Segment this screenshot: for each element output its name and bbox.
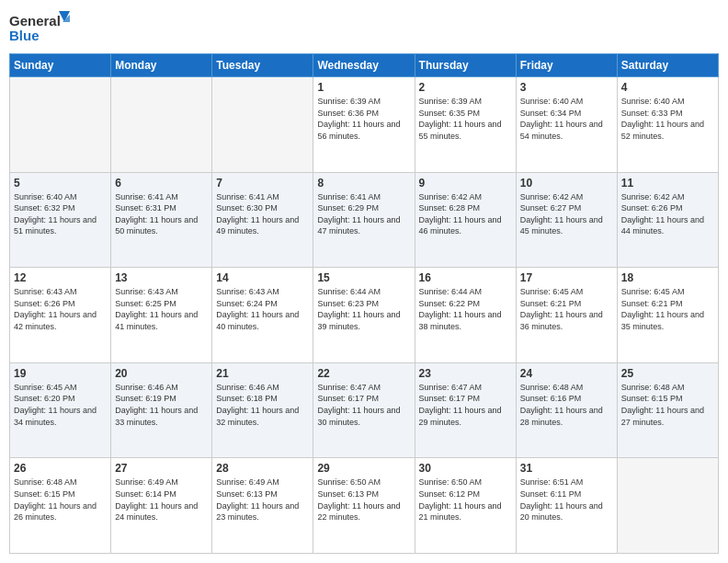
day-cell: 25Sunrise: 6:48 AMSunset: 6:15 PMDayligh…	[617, 362, 718, 458]
day-info: Sunrise: 6:45 AMSunset: 6:20 PMDaylight:…	[14, 382, 107, 428]
day-cell: 28Sunrise: 6:49 AMSunset: 6:13 PMDayligh…	[212, 458, 313, 554]
day-number: 11	[621, 177, 714, 190]
day-number: 8	[317, 177, 410, 190]
day-number: 16	[419, 271, 512, 284]
day-info: Sunrise: 6:40 AMSunset: 6:34 PMDaylight:…	[520, 96, 613, 142]
day-number: 28	[216, 462, 309, 475]
day-info: Sunrise: 6:47 AMSunset: 6:17 PMDaylight:…	[419, 382, 512, 428]
day-number: 4	[621, 81, 714, 94]
day-number: 9	[419, 177, 512, 190]
day-cell	[111, 77, 212, 173]
col-header-monday: Monday	[111, 54, 212, 77]
day-cell: 23Sunrise: 6:47 AMSunset: 6:17 PMDayligh…	[415, 362, 516, 458]
day-number: 22	[317, 367, 410, 380]
day-cell: 31Sunrise: 6:51 AMSunset: 6:11 PMDayligh…	[516, 458, 617, 554]
col-header-friday: Friday	[516, 54, 617, 77]
day-cell: 17Sunrise: 6:45 AMSunset: 6:21 PMDayligh…	[516, 268, 617, 363]
day-cell: 27Sunrise: 6:49 AMSunset: 6:14 PMDayligh…	[111, 458, 212, 554]
day-cell: 26Sunrise: 6:48 AMSunset: 6:15 PMDayligh…	[10, 458, 111, 554]
day-number: 29	[317, 462, 410, 475]
day-number: 20	[115, 367, 208, 380]
day-info: Sunrise: 6:43 AMSunset: 6:26 PMDaylight:…	[14, 286, 107, 332]
day-info: Sunrise: 6:39 AMSunset: 6:36 PMDaylight:…	[317, 96, 410, 142]
day-number: 21	[216, 367, 309, 380]
day-cell: 18Sunrise: 6:45 AMSunset: 6:21 PMDayligh…	[617, 268, 718, 363]
day-cell: 7Sunrise: 6:41 AMSunset: 6:30 PMDaylight…	[212, 172, 313, 268]
day-number: 30	[419, 462, 512, 475]
day-info: Sunrise: 6:40 AMSunset: 6:33 PMDaylight:…	[621, 96, 714, 142]
day-cell: 12Sunrise: 6:43 AMSunset: 6:26 PMDayligh…	[10, 268, 111, 363]
week-row-2: 5Sunrise: 6:40 AMSunset: 6:32 PMDaylight…	[10, 172, 719, 268]
day-cell: 10Sunrise: 6:42 AMSunset: 6:27 PMDayligh…	[516, 172, 617, 268]
day-headers-row: SundayMondayTuesdayWednesdayThursdayFrid…	[10, 54, 719, 77]
day-info: Sunrise: 6:43 AMSunset: 6:24 PMDaylight:…	[216, 286, 309, 332]
day-cell: 19Sunrise: 6:45 AMSunset: 6:20 PMDayligh…	[10, 362, 111, 458]
day-info: Sunrise: 6:50 AMSunset: 6:12 PMDaylight:…	[419, 477, 512, 523]
week-row-1: 1Sunrise: 6:39 AMSunset: 6:36 PMDaylight…	[10, 77, 719, 173]
day-number: 23	[419, 367, 512, 380]
day-cell: 16Sunrise: 6:44 AMSunset: 6:22 PMDayligh…	[415, 268, 516, 363]
day-info: Sunrise: 6:44 AMSunset: 6:22 PMDaylight:…	[419, 286, 512, 332]
day-number: 6	[115, 177, 208, 190]
day-cell: 30Sunrise: 6:50 AMSunset: 6:12 PMDayligh…	[415, 458, 516, 554]
day-cell: 9Sunrise: 6:42 AMSunset: 6:28 PMDaylight…	[415, 172, 516, 268]
day-number: 14	[216, 271, 309, 284]
day-info: Sunrise: 6:46 AMSunset: 6:18 PMDaylight:…	[216, 382, 309, 428]
day-info: Sunrise: 6:42 AMSunset: 6:26 PMDaylight:…	[621, 191, 714, 237]
day-info: Sunrise: 6:40 AMSunset: 6:32 PMDaylight:…	[14, 191, 107, 237]
day-cell: 22Sunrise: 6:47 AMSunset: 6:17 PMDayligh…	[313, 362, 415, 458]
svg-text:General: General	[9, 13, 61, 29]
day-info: Sunrise: 6:45 AMSunset: 6:21 PMDaylight:…	[621, 286, 714, 332]
day-info: Sunrise: 6:41 AMSunset: 6:29 PMDaylight:…	[317, 191, 410, 237]
logo-svg: GeneralBlue	[9, 9, 74, 48]
day-number: 15	[317, 271, 410, 284]
day-number: 13	[115, 271, 208, 284]
day-info: Sunrise: 6:45 AMSunset: 6:21 PMDaylight:…	[520, 286, 613, 332]
day-number: 7	[216, 177, 309, 190]
day-cell	[10, 77, 111, 173]
day-cell: 14Sunrise: 6:43 AMSunset: 6:24 PMDayligh…	[212, 268, 313, 363]
day-cell: 5Sunrise: 6:40 AMSunset: 6:32 PMDaylight…	[10, 172, 111, 268]
day-cell: 4Sunrise: 6:40 AMSunset: 6:33 PMDaylight…	[617, 77, 718, 173]
day-cell: 8Sunrise: 6:41 AMSunset: 6:29 PMDaylight…	[313, 172, 415, 268]
svg-text:Blue: Blue	[9, 28, 40, 43]
col-header-sunday: Sunday	[10, 54, 111, 77]
day-cell: 11Sunrise: 6:42 AMSunset: 6:26 PMDayligh…	[617, 172, 718, 268]
day-info: Sunrise: 6:48 AMSunset: 6:15 PMDaylight:…	[14, 477, 107, 523]
day-cell: 13Sunrise: 6:43 AMSunset: 6:25 PMDayligh…	[111, 268, 212, 363]
day-cell: 15Sunrise: 6:44 AMSunset: 6:23 PMDayligh…	[313, 268, 415, 363]
day-cell: 3Sunrise: 6:40 AMSunset: 6:34 PMDaylight…	[516, 77, 617, 173]
col-header-tuesday: Tuesday	[212, 54, 313, 77]
day-number: 25	[621, 367, 714, 380]
header: GeneralBlue	[9, 9, 719, 48]
logo: GeneralBlue	[9, 9, 74, 48]
day-info: Sunrise: 6:42 AMSunset: 6:27 PMDaylight:…	[520, 191, 613, 237]
day-info: Sunrise: 6:50 AMSunset: 6:13 PMDaylight:…	[317, 477, 410, 523]
day-cell: 20Sunrise: 6:46 AMSunset: 6:19 PMDayligh…	[111, 362, 212, 458]
calendar-table: SundayMondayTuesdayWednesdayThursdayFrid…	[9, 53, 719, 554]
day-number: 10	[520, 177, 613, 190]
day-cell: 29Sunrise: 6:50 AMSunset: 6:13 PMDayligh…	[313, 458, 415, 554]
day-info: Sunrise: 6:51 AMSunset: 6:11 PMDaylight:…	[520, 477, 613, 523]
day-info: Sunrise: 6:48 AMSunset: 6:15 PMDaylight:…	[621, 382, 714, 428]
day-cell	[617, 458, 718, 554]
day-number: 24	[520, 367, 613, 380]
day-info: Sunrise: 6:42 AMSunset: 6:28 PMDaylight:…	[419, 191, 512, 237]
day-cell: 1Sunrise: 6:39 AMSunset: 6:36 PMDaylight…	[313, 77, 415, 173]
day-number: 12	[14, 271, 107, 284]
day-cell	[212, 77, 313, 173]
week-row-4: 19Sunrise: 6:45 AMSunset: 6:20 PMDayligh…	[10, 362, 719, 458]
col-header-thursday: Thursday	[415, 54, 516, 77]
page: GeneralBlue SundayMondayTuesdayWednesday…	[0, 0, 728, 563]
week-row-3: 12Sunrise: 6:43 AMSunset: 6:26 PMDayligh…	[10, 268, 719, 363]
day-info: Sunrise: 6:43 AMSunset: 6:25 PMDaylight:…	[115, 286, 208, 332]
day-cell: 2Sunrise: 6:39 AMSunset: 6:35 PMDaylight…	[415, 77, 516, 173]
day-info: Sunrise: 6:39 AMSunset: 6:35 PMDaylight:…	[419, 96, 512, 142]
col-header-wednesday: Wednesday	[313, 54, 415, 77]
day-number: 19	[14, 367, 107, 380]
col-header-saturday: Saturday	[617, 54, 718, 77]
week-row-5: 26Sunrise: 6:48 AMSunset: 6:15 PMDayligh…	[10, 458, 719, 554]
day-info: Sunrise: 6:41 AMSunset: 6:30 PMDaylight:…	[216, 191, 309, 237]
day-cell: 6Sunrise: 6:41 AMSunset: 6:31 PMDaylight…	[111, 172, 212, 268]
day-info: Sunrise: 6:49 AMSunset: 6:13 PMDaylight:…	[216, 477, 309, 523]
